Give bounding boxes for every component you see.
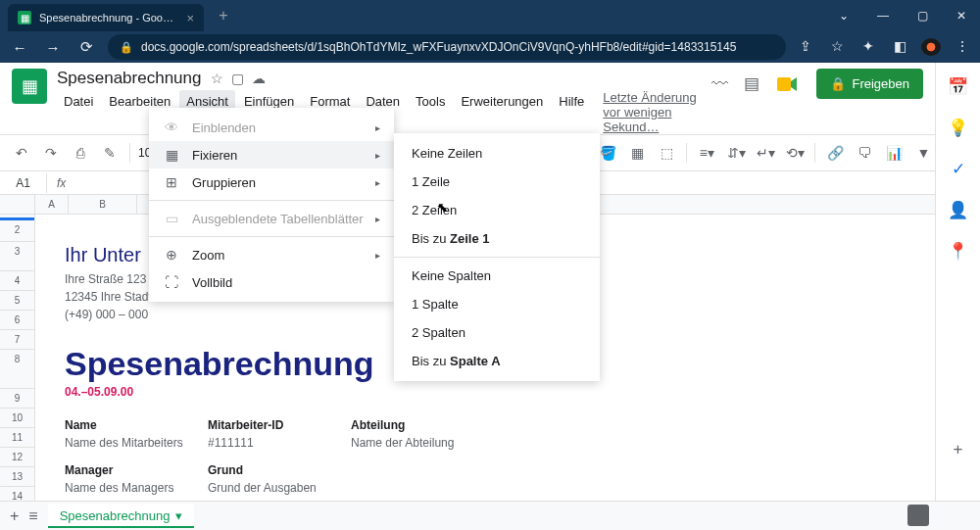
- contacts-icon[interactable]: 👤: [949, 200, 968, 219]
- select-all-corner[interactable]: [0, 195, 35, 214]
- menu-ausgeblendete[interactable]: ▭Ausgeblendete Tabellenblätter▸: [149, 205, 394, 232]
- link-button[interactable]: 🔗: [823, 141, 847, 165]
- menu-vollbild[interactable]: ⛶Vollbild: [149, 268, 394, 296]
- star-icon[interactable]: ☆: [211, 71, 223, 86]
- row-6[interactable]: 6: [0, 311, 34, 330]
- sheet-tab-active[interactable]: Spesenabrechnung▾: [48, 504, 195, 528]
- freeze-2-cols[interactable]: 2 Spalten: [394, 318, 600, 347]
- back-button[interactable]: ←: [8, 35, 31, 59]
- sheets-favicon: ▦: [18, 11, 31, 24]
- menu-icon[interactable]: ⋮: [953, 38, 972, 56]
- calendar-icon[interactable]: 📅: [949, 76, 968, 96]
- menu-fixieren[interactable]: ▦Fixieren▸: [149, 141, 394, 169]
- label-grund: Grund: [208, 463, 345, 477]
- share-page-icon[interactable]: ⇪: [796, 38, 815, 56]
- val-abt: Name der Abteilung: [351, 436, 488, 450]
- print-button[interactable]: ⎙: [69, 141, 92, 165]
- chart-button[interactable]: 📊: [882, 141, 906, 165]
- row-1[interactable]: [0, 215, 34, 220]
- label-mid: Mitarbeiter-ID: [208, 418, 345, 432]
- name-box[interactable]: A1: [0, 173, 47, 193]
- row-9[interactable]: 9: [0, 389, 34, 409]
- add-panel-icon[interactable]: +: [949, 440, 968, 459]
- new-tab-button[interactable]: +: [212, 4, 235, 27]
- sheet-tabs-bar: + ≡ Spesenabrechnung▾: [0, 501, 980, 530]
- menu-zoom[interactable]: ⊕Zoom▸: [149, 241, 394, 268]
- freeze-2-rows[interactable]: 2 Zeilen: [394, 196, 600, 224]
- row-5[interactable]: 5: [0, 291, 34, 311]
- meet-icon[interactable]: [775, 72, 801, 97]
- row-4[interactable]: 4: [0, 271, 34, 291]
- wrap-button[interactable]: ↵▾: [754, 141, 777, 165]
- maximize-button[interactable]: ▢: [904, 2, 941, 29]
- menu-hilfe[interactable]: Hilfe: [552, 90, 591, 134]
- menu-erweiterungen[interactable]: Erweiterungen: [454, 90, 550, 134]
- rotate-button[interactable]: ⟲▾: [783, 141, 807, 165]
- freeze-no-rows[interactable]: Keine Zeilen: [394, 139, 600, 168]
- menu-gruppieren[interactable]: ⊞Gruppieren▸: [149, 169, 394, 196]
- align-button[interactable]: ≡▾: [695, 141, 718, 165]
- last-edit-link[interactable]: Letzte Änderung vor wenigen Sekund…: [603, 90, 711, 134]
- sheets-logo[interactable]: ▦: [12, 69, 47, 104]
- row-10[interactable]: 10: [0, 409, 34, 428]
- freeze-up-to-row[interactable]: Bis zu Zeile 1: [394, 224, 600, 253]
- url-text: docs.google.com/spreadsheets/d/1sqBhOhTd…: [141, 40, 736, 54]
- valign-button[interactable]: ⇵▾: [724, 141, 748, 165]
- lock-icon: 🔒: [120, 41, 133, 54]
- row-13[interactable]: 13: [0, 467, 34, 487]
- tasks-icon[interactable]: ✓: [949, 159, 968, 178]
- add-sheet-button[interactable]: +: [10, 507, 19, 525]
- menu-einblenden[interactable]: 👁Einblenden▸: [149, 114, 394, 141]
- row-12[interactable]: 12: [0, 448, 34, 467]
- freeze-no-cols[interactable]: Keine Spalten: [394, 262, 600, 290]
- forward-button[interactable]: →: [41, 35, 65, 59]
- bookmark-icon[interactable]: ☆: [827, 38, 847, 56]
- chevron-down-icon[interactable]: ⌄: [825, 2, 862, 29]
- freeze-1-row[interactable]: 1 Zeile: [394, 168, 600, 196]
- maps-icon[interactable]: 📍: [949, 241, 968, 261]
- row-3[interactable]: 3: [0, 242, 34, 271]
- close-tab-icon[interactable]: ×: [186, 11, 194, 25]
- menu-datei[interactable]: Datei: [57, 90, 100, 134]
- svg-rect-0: [777, 77, 791, 91]
- document-title[interactable]: Spesenabrechnung: [57, 69, 201, 88]
- row-8[interactable]: 8: [0, 350, 34, 389]
- activity-icon[interactable]: 〰: [711, 74, 728, 94]
- paint-format-button[interactable]: ✎: [98, 141, 122, 165]
- label-abt: Abteilung: [351, 418, 488, 432]
- move-icon[interactable]: ▢: [231, 71, 244, 86]
- row-2[interactable]: 2: [0, 220, 34, 242]
- extensions-icon[interactable]: ✦: [858, 38, 878, 56]
- redo-button[interactable]: ↷: [39, 141, 63, 165]
- col-a[interactable]: A: [35, 195, 69, 214]
- sheet-tab-dropdown-icon[interactable]: ▾: [175, 508, 182, 523]
- filter-button[interactable]: ▼: [911, 141, 935, 165]
- explore-button[interactable]: [907, 505, 929, 526]
- freeze-up-to-col[interactable]: Bis zu Spalte A: [394, 347, 600, 375]
- undo-button[interactable]: ↶: [10, 141, 33, 165]
- minimize-button[interactable]: ―: [864, 2, 902, 29]
- comment-button[interactable]: 🗨: [853, 141, 876, 165]
- merge-button[interactable]: ⬚: [655, 141, 678, 165]
- lock-icon: 🔒: [830, 76, 846, 91]
- share-button[interactable]: 🔒Freigeben: [816, 69, 923, 99]
- side-panel: 📅 💡 ✓ 👤 📍 +: [935, 63, 980, 501]
- browser-tab[interactable]: ▦ Spesenabrechnung - Google Tab… ×: [8, 4, 204, 31]
- group-icon: ⊞: [163, 174, 180, 190]
- reload-button[interactable]: ⟳: [74, 35, 98, 59]
- menu-tools[interactable]: Tools: [409, 90, 452, 134]
- row-11[interactable]: 11: [0, 428, 34, 448]
- keep-icon[interactable]: 💡: [949, 118, 968, 137]
- profile-icon[interactable]: [921, 38, 941, 56]
- cloud-icon[interactable]: ☁: [252, 71, 266, 86]
- close-window-button[interactable]: ✕: [943, 2, 980, 29]
- side-panel-icon[interactable]: ◧: [890, 38, 909, 56]
- col-b[interactable]: B: [69, 195, 137, 214]
- comments-icon[interactable]: ▤: [744, 73, 760, 94]
- address-bar[interactable]: 🔒 docs.google.com/spreadsheets/d/1sqBhOh…: [108, 34, 786, 60]
- freeze-1-col[interactable]: 1 Spalte: [394, 290, 600, 318]
- hidden-sheets-icon: ▭: [163, 211, 180, 226]
- all-sheets-button[interactable]: ≡: [28, 507, 37, 525]
- row-7[interactable]: 7: [0, 330, 34, 350]
- borders-button[interactable]: ▦: [625, 141, 649, 165]
